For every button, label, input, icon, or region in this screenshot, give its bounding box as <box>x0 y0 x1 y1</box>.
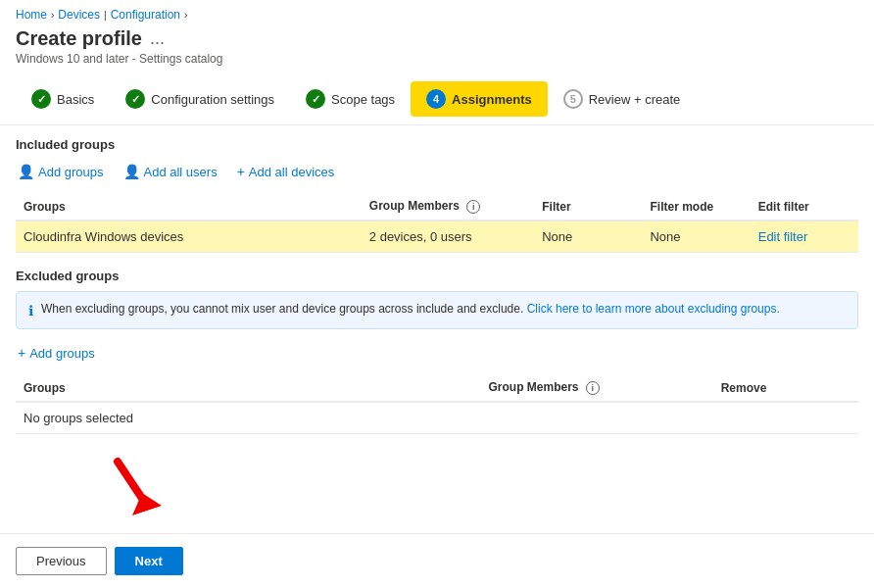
wizard-tabs: ✓ Basics ✓ Configuration settings ✓ Scop… <box>0 74 874 125</box>
add-all-users-icon: 👤 <box>123 164 140 179</box>
tab-config-label: Configuration settings <box>151 92 274 107</box>
previous-button[interactable]: Previous <box>16 547 107 575</box>
tab-review-create[interactable]: 5 Review + create <box>548 81 697 117</box>
excluded-groups-info-box: ℹ When excluding groups, you cannot mix … <box>16 291 858 329</box>
info-box-link[interactable]: Click here to learn more about excluding… <box>527 302 780 316</box>
col-header-filter: Filter <box>534 193 642 220</box>
tab-scope-circle: ✓ <box>306 89 325 109</box>
add-all-devices-label: Add all devices <box>249 165 334 179</box>
info-box-text: When excluding groups, you cannot mix us… <box>41 302 780 316</box>
included-groups-title: Included groups <box>16 137 858 152</box>
excl-col-header-groups: Groups <box>16 374 480 402</box>
breadcrumb-sep-3: › <box>184 10 187 21</box>
add-groups-icon: 👤 <box>18 164 34 179</box>
tab-basics-label: Basics <box>57 92 94 107</box>
tab-scope-label: Scope tags <box>331 92 395 107</box>
main-content: Included groups 👤 Add groups 👤 Add all u… <box>0 125 874 532</box>
tab-basics[interactable]: ✓ Basics <box>16 81 110 117</box>
included-groups-actions: 👤 Add groups 👤 Add all users + Add all d… <box>16 160 858 183</box>
breadcrumb-home[interactable]: Home <box>16 8 47 22</box>
excl-col-header-members: Group Members i <box>480 374 712 402</box>
add-all-users-button[interactable]: 👤 Add all users <box>121 160 219 183</box>
footer: Previous Next <box>0 533 874 588</box>
excl-members-info-icon[interactable]: i <box>586 381 600 395</box>
tab-configuration-settings[interactable]: ✓ Configuration settings <box>110 81 290 117</box>
no-groups-text: No groups selected <box>16 402 858 434</box>
add-groups-excl-label: Add groups <box>29 346 95 361</box>
col-header-filter-mode: Filter mode <box>642 193 750 220</box>
info-box-icon: ℹ <box>28 303 33 318</box>
excluded-groups-table: Groups Group Members i Remove No groups … <box>16 374 858 434</box>
page-subtitle: Windows 10 and later - Settings catalog <box>16 52 858 66</box>
next-button[interactable]: Next <box>115 547 183 575</box>
add-groups-excluded-button[interactable]: + Add groups <box>16 341 97 365</box>
tab-assignments-circle: 4 <box>426 89 446 109</box>
add-all-devices-button[interactable]: + Add all devices <box>235 160 337 183</box>
table-row: Cloudinfra Windows devices 2 devices, 0 … <box>16 220 858 253</box>
add-groups-excl-icon: + <box>18 345 25 361</box>
tab-scope-tags[interactable]: ✓ Scope tags <box>290 81 411 117</box>
tab-assignments[interactable]: 4 Assignments <box>411 81 548 117</box>
tab-config-circle: ✓ <box>125 89 145 109</box>
add-groups-button[interactable]: 👤 Add groups <box>16 160 106 183</box>
tab-assignments-label: Assignments <box>452 92 532 107</box>
breadcrumb-sep-1: › <box>51 10 54 21</box>
edit-filter-link[interactable]: Edit filter <box>758 229 808 244</box>
breadcrumb-devices[interactable]: Devices <box>58 8 100 22</box>
add-all-devices-icon: + <box>237 164 245 179</box>
breadcrumb-sep-2: | <box>104 10 107 21</box>
row-group-members: 2 devices, 0 users <box>362 220 534 253</box>
tab-basics-circle: ✓ <box>31 89 51 109</box>
col-header-members: Group Members i <box>362 193 534 220</box>
excluded-groups-actions: + Add groups <box>16 341 858 365</box>
add-all-users-label: Add all users <box>144 165 218 179</box>
row-filter: None <box>534 220 642 253</box>
breadcrumb: Home › Devices | Configuration › <box>0 0 874 25</box>
members-info-icon[interactable]: i <box>466 200 480 214</box>
col-header-edit-filter: Edit filter <box>751 193 858 220</box>
page-title: Create profile <box>16 27 142 50</box>
tab-review-circle: 5 <box>563 89 583 109</box>
row-filter-mode: None <box>642 220 750 253</box>
row-groups-name: Cloudinfra Windows devices <box>16 220 362 253</box>
add-groups-label: Add groups <box>38 165 104 179</box>
included-groups-table: Groups Group Members i Filter Filter mod… <box>16 193 858 253</box>
page-options-button[interactable]: ... <box>150 28 165 49</box>
breadcrumb-configuration[interactable]: Configuration <box>111 8 180 22</box>
tab-review-label: Review + create <box>589 92 681 107</box>
row-edit-filter[interactable]: Edit filter <box>751 220 858 253</box>
excluded-groups-title: Excluded groups <box>16 269 858 283</box>
excl-col-header-remove: Remove <box>713 374 858 402</box>
page-header: Create profile ... Windows 10 and later … <box>0 25 874 74</box>
col-header-groups: Groups <box>16 193 362 220</box>
table-row: No groups selected <box>16 402 858 434</box>
